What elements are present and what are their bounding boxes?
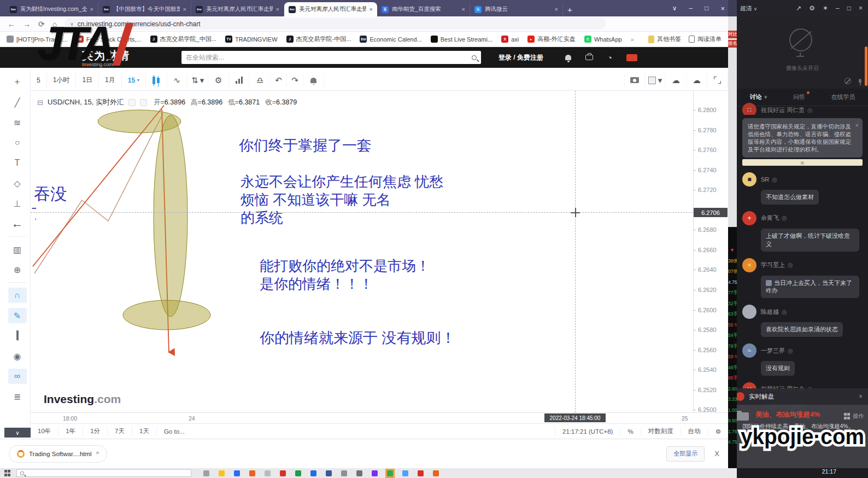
taskbar-app-icon[interactable] xyxy=(310,470,316,476)
compare-dropdown-icon[interactable]: ▾ xyxy=(200,75,204,85)
interval-button[interactable]: 1月 xyxy=(99,73,122,88)
unlock-icon[interactable] xyxy=(8,328,27,343)
time-axis[interactable]: 2022-03-24 18:45:00 18:002425 xyxy=(31,412,728,423)
forward-icon[interactable]: → xyxy=(23,20,31,28)
xabcd-pattern-icon[interactable]: ◇ xyxy=(8,176,27,191)
auto-scale-button[interactable]: 自动 xyxy=(681,427,708,436)
clock-label[interactable]: 21:17:21 (UTC+8) xyxy=(555,427,620,436)
taskbar-search-input[interactable] xyxy=(16,469,191,477)
taskbar-app-icon[interactable] xyxy=(249,470,255,476)
toolbar-collapse-chevron-icon[interactable]: ∨ xyxy=(4,428,31,438)
login-link[interactable]: 登录 / 免费注册 xyxy=(498,53,543,62)
download-caret-icon[interactable]: ^ xyxy=(96,451,99,457)
goto-button[interactable]: Go to... xyxy=(157,427,192,436)
panel-settings-icon[interactable]: ⚙ xyxy=(809,4,815,12)
layers-icon[interactable]: ≣ xyxy=(8,389,27,404)
fullscreen-icon[interactable] xyxy=(707,73,728,88)
url-field[interactable]: ∨ cn.investing.com/currencies/usd-cnh-ch… xyxy=(64,18,606,30)
tab-close-icon[interactable]: × xyxy=(462,6,465,13)
bottom-settings-gear-icon[interactable]: ⚙ xyxy=(708,427,728,436)
speaker-muted-icon[interactable] xyxy=(844,78,851,84)
taskbar-app-icon[interactable] xyxy=(326,470,332,476)
magnet-icon[interactable]: ∩ xyxy=(8,288,27,303)
measure-icon[interactable]: ▥ xyxy=(8,242,27,257)
panel-minimize-button[interactable]: – xyxy=(836,4,840,12)
quality-selector[interactable]: 超清 ∨ xyxy=(740,4,757,13)
cloud-save-icon[interactable]: ☁ xyxy=(687,73,707,88)
panel-tab-问答[interactable]: 问答 xyxy=(793,93,805,101)
taskbar-app-icon[interactable] xyxy=(356,470,362,476)
indicators-icon[interactable] xyxy=(229,73,250,88)
crosshair-icon[interactable]: + xyxy=(8,74,27,90)
compare-scales-icon[interactable]: ♎ xyxy=(250,73,271,88)
alert-bell-icon[interactable] xyxy=(303,73,324,88)
interval-dropdown-icon[interactable]: ▾ xyxy=(137,78,139,83)
tab-close-icon[interactable]: × xyxy=(276,6,279,13)
taskbar-app-icon[interactable] xyxy=(418,470,424,476)
start-button-icon[interactable] xyxy=(4,470,11,476)
browser-tab[interactable]: Inv美元对离岸人民币汇率走势图× xyxy=(284,2,377,16)
taskbar-app-icon[interactable] xyxy=(234,470,240,476)
bookmarks-overflow-icon[interactable]: » xyxy=(631,36,634,43)
search-icon[interactable] xyxy=(472,55,477,60)
mic-icon[interactable] xyxy=(859,79,861,83)
taskbar-app-icon[interactable] xyxy=(265,470,271,476)
notice-close-icon[interactable]: × xyxy=(855,121,859,129)
panel-restore-button[interactable]: □ xyxy=(847,4,851,12)
bookmark-item[interactable]: WFree Stock Charts,... xyxy=(77,36,142,43)
eye-icon[interactable]: ◉ xyxy=(8,348,27,364)
language-flag-icon[interactable] xyxy=(626,54,637,61)
layout-select-icon[interactable]: ▾ xyxy=(645,73,666,88)
reading-list[interactable]: 阅读清单 xyxy=(689,35,722,43)
chart-settings-gear-icon[interactable]: ⚙ xyxy=(208,73,229,88)
panel-tab-在线学员[interactable]: 在线学员 xyxy=(831,93,855,101)
browser-tab[interactable]: 云腾讯微云× xyxy=(470,2,563,16)
trendline-icon[interactable]: ╱ xyxy=(8,95,27,110)
browser-tab[interactable]: Inv美元对离岸人民币汇率走势...× xyxy=(191,2,284,16)
bookmark-item[interactable]: J杰克交易学院_中国... xyxy=(150,35,216,43)
bookmark-item[interactable]: InvEconomic Calend... xyxy=(360,36,421,43)
candlestick-style-icon[interactable] xyxy=(146,73,167,88)
browser-tab[interactable]: 百南华期货_百度搜索× xyxy=(377,2,470,16)
close-button[interactable]: × xyxy=(720,4,725,13)
panel-share-icon[interactable]: ↗ xyxy=(796,4,801,12)
log-scale-button[interactable]: 对数刻度 xyxy=(641,427,681,436)
popup-header[interactable]: 实时解盘 × xyxy=(737,388,868,405)
other-bookmarks[interactable]: 其他书签 xyxy=(648,35,681,43)
bookmark-item[interactable]: ▸高额-外汇实盘 xyxy=(527,35,576,43)
taskbar-app-icon[interactable] xyxy=(385,469,395,478)
recent-clock-icon[interactable]: ◔ xyxy=(607,54,612,62)
home-icon[interactable]: ⌂ xyxy=(52,20,57,28)
interval-button[interactable]: 5 xyxy=(31,73,47,88)
site-logo[interactable]: 英为财情 Investing.com xyxy=(82,48,175,67)
panel-tab-讨论[interactable]: 讨论∨ xyxy=(750,93,768,101)
line-style-icon[interactable]: ∿ xyxy=(167,73,187,88)
site-search-input[interactable]: 在全站搜索... xyxy=(181,51,481,64)
range-button[interactable]: 1年 xyxy=(58,427,83,436)
bookmark-item[interactable]: Xaxi xyxy=(501,36,519,43)
redo-icon[interactable]: ↷ xyxy=(287,73,303,88)
forecast-tool-icon[interactable]: ⊥ xyxy=(8,196,27,211)
shapes-icon[interactable]: ○ xyxy=(8,135,27,150)
bookmark-item[interactable]: Best Live Streami... xyxy=(431,36,492,43)
snapshot-camera-icon[interactable] xyxy=(624,73,645,88)
taskbar-app-icon[interactable] xyxy=(433,470,439,476)
layout-dropdown-icon[interactable]: ▾ xyxy=(658,75,662,85)
download-bar-close[interactable]: X xyxy=(714,450,719,458)
fib-tool-icon[interactable]: ≋ xyxy=(8,115,27,130)
minimize-button[interactable]: – xyxy=(689,4,693,12)
price-axis[interactable]: 6.28006.27806.27606.27406.27206.27006.26… xyxy=(693,91,728,412)
interval-button[interactable]: 1日 xyxy=(76,73,99,88)
maximize-button[interactable]: □ xyxy=(705,4,708,12)
download-item[interactable]: Trading Softwar....html ^ xyxy=(9,445,107,463)
bookmark-item[interactable]: J杰克交易学院-中国... xyxy=(286,35,351,43)
range-button[interactable]: 7天 xyxy=(108,427,132,436)
portfolio-icon[interactable] xyxy=(585,55,593,60)
taskbar-app-icon[interactable] xyxy=(295,470,301,476)
back-icon[interactable]: ← xyxy=(8,20,15,28)
tab-search-icon[interactable]: ∨ xyxy=(672,4,677,12)
taskbar-app-icon[interactable] xyxy=(280,470,286,476)
range-button[interactable]: 1分 xyxy=(83,427,108,436)
reload-icon[interactable]: ⟳ xyxy=(38,20,45,28)
taskbar-app-icon[interactable] xyxy=(372,470,378,476)
